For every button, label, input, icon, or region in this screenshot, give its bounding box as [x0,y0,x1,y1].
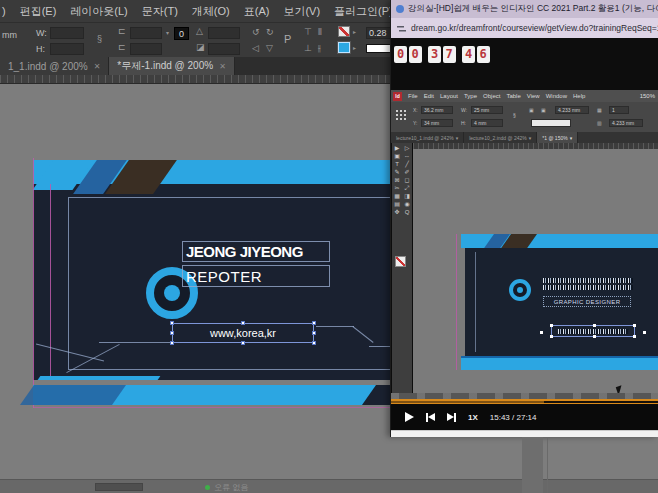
rotate-angle-icon: △ [196,26,203,36]
close-icon[interactable]: ✕ [94,62,101,71]
pasteboard-page-gap [522,437,543,493]
preflight-profile-box[interactable] [95,483,143,491]
flip-vertical-icon[interactable]: ▽ [266,43,273,53]
preflight-ok-dot [205,485,210,490]
zoom-tool-icon: Q [405,209,410,216]
spacing-icon[interactable]: ⫲ [318,43,321,54]
page-tool-icon: ▣ [394,153,400,160]
stroke-swatch-caret[interactable]: ▸ [353,46,356,51]
screen: ) 편집(E) 레이아웃(L) 문자(T) 개체(O) 표(A) 보기(V) 플… [0,0,658,493]
vh-field: 4 mm [471,119,503,127]
vmenu-layout: Layout [440,93,458,99]
title-text-frame[interactable]: REPOTER [182,265,330,287]
selection-handle[interactable] [241,321,245,325]
scale-x-icon: ⊏ [118,26,126,36]
stroke-swatch[interactable] [338,42,350,53]
menu-object[interactable]: 개체(O) [192,4,230,19]
menu-fragment: ) [2,5,6,17]
fill-none-swatch[interactable] [338,26,350,37]
width-field[interactable] [50,27,84,39]
video-designer-text: GRAPHIC DESIGNER [554,299,621,305]
deco-line-right [316,326,354,327]
selection-handle[interactable] [241,341,245,345]
playback-speed[interactable]: 1X [468,413,478,422]
vgap-field: 4.233 mm [555,106,589,114]
menu-edit[interactable]: 편집(E) [20,4,57,19]
play-button[interactable] [405,412,414,422]
align-bottom-icon[interactable]: ⊥ [304,43,312,53]
vstroke-preview [531,119,571,127]
menu-type[interactable]: 문자(T) [142,4,178,19]
shear-angle-icon: ◪ [196,42,205,52]
url-text[interactable]: dream.go.kr/dreamfront/courseview/getVie… [411,23,658,33]
unit-fragment-label: mm [2,30,17,40]
distribute-icon[interactable]: ⫴ [318,27,322,38]
menu-layout[interactable]: 레이아웃(L) [70,4,127,19]
selection-handle[interactable] [170,331,174,335]
scale-y-field[interactable] [130,43,162,55]
rotate-field[interactable] [208,27,240,39]
menu-view[interactable]: 보기(V) [283,4,320,19]
scale-dropdown-caret[interactable]: ▾ [166,31,169,36]
url-text: www,korea,kr [210,327,276,339]
margin-guide [50,184,51,380]
page-edge-guide [33,158,34,408]
rotate-ccw-icon[interactable]: ↺ [252,27,260,37]
rotation-angle-value[interactable]: 0 [174,27,189,40]
video-bottom-cyan-band [461,356,658,370]
eyedropper-tool-icon: ◉ [404,201,409,208]
site-settings-icon[interactable] [397,24,406,33]
next-button[interactable] [447,413,456,422]
align-top-icon[interactable]: ⊤ [304,27,312,37]
name-text: JEONG JIYEONG [186,243,303,260]
previous-button[interactable] [426,413,435,422]
vw-label: W: [461,107,467,113]
deco-line-left [99,342,173,343]
document-tab-2-label: *무제-1.indd @ 200% [117,59,213,73]
selection-handle[interactable] [312,331,316,335]
width-label: W: [36,28,47,38]
card-design-canvas[interactable]: JEONG JIYEONG REPOTER www,korea,kr [33,158,417,408]
direct-selection-tool-icon: ▷ [405,145,410,152]
pasteboard-guide-line [547,437,548,493]
video-designer-text-frame: GRAPHIC DESIGNER [543,296,631,307]
vmenu-edit: Edit [424,93,434,99]
progress-fill [391,401,544,403]
document-tab-2[interactable]: *무제-1.indd @ 200% ✕ [109,57,234,75]
fill-swatch-caret[interactable]: ▸ [353,30,356,35]
constrain-link-icon[interactable]: § [97,34,102,44]
counter-digit: 4 [462,46,475,63]
selection-tool-icon: ▶ [395,145,400,152]
menu-table[interactable]: 표(A) [244,4,270,19]
video-circle-logo [509,279,531,301]
video-ruler [413,143,658,149]
transform-tool-icon: ⤢ [405,185,410,192]
shear-field[interactable] [208,43,240,55]
browser-tab-title[interactable]: 강의실-[HD]쉽게 배우는 인디자인 CC 2021 Part.2 활용1 (… [408,3,658,15]
selection-handle[interactable] [312,321,316,325]
vtab-1: lecture10_1.indd @ 242% [396,135,454,141]
vmenu-file: File [408,93,418,99]
url-text-frame[interactable]: www,korea,kr [172,323,314,343]
selection-handle[interactable] [312,341,316,345]
scale-x-field[interactable] [130,27,162,39]
document-tab-1[interactable]: 1_1.indd @ 200% ✕ [0,57,109,75]
name-text-frame[interactable]: JEONG JIYEONG [182,241,330,262]
counter-digit: 0 [394,46,407,63]
video-document-tabs: lecture10_1.indd @ 242%▾ lecture10_2.ind… [391,132,658,143]
close-icon[interactable]: ✕ [219,62,226,71]
gradient-tool-icon: ▦ [394,193,400,200]
rotate-cw-icon[interactable]: ↻ [266,27,274,37]
select-container-icon[interactable]: P [284,33,291,45]
selection-handle[interactable] [170,341,174,345]
vx-label: X: [413,107,418,113]
selection-handle[interactable] [170,321,174,325]
gap-tool-icon: ⇔ [404,153,410,160]
flip-horizontal-icon[interactable]: ◁ [252,43,259,53]
video-margin-guide [456,234,457,370]
menu-plugins[interactable]: 플러그인(P) [334,4,393,19]
vx-field: 36.2 mm [421,106,453,114]
height-field[interactable] [50,43,84,55]
browser-tabstrip: 강의실-[HD]쉽게 배우는 인디자인 CC 2021 Part.2 활용1 (… [391,0,658,18]
video-player-area[interactable]: 0 0 3 7 4 6 Id File Edit Layout Type Obj… [391,38,658,430]
